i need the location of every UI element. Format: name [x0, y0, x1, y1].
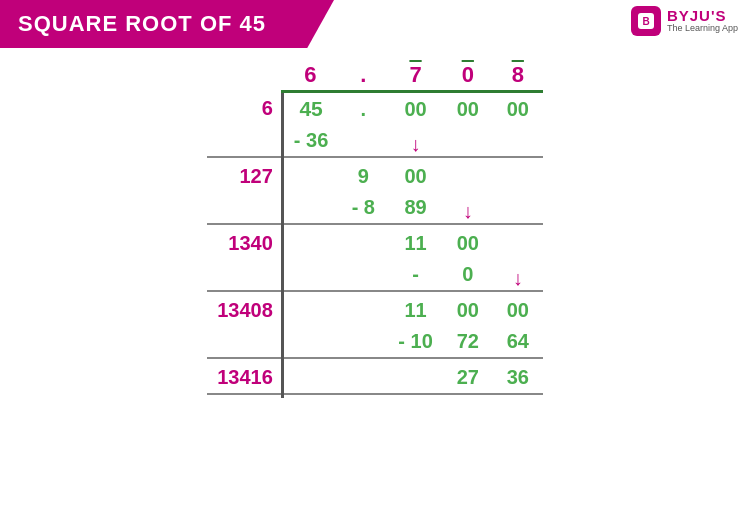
- svg-text:B: B: [642, 16, 649, 27]
- logo-subtitle: The Learning App: [667, 24, 738, 34]
- cell-empty-127-1: [282, 161, 338, 192]
- cell-dot: .: [338, 92, 388, 126]
- quotient-7: 7: [388, 60, 442, 92]
- row-13408: 13408 11 00 00 ↓: [207, 295, 543, 326]
- cell-11: 11: [388, 228, 442, 259]
- cell-sub64: 64: [493, 326, 543, 358]
- divisor-1340: 1340: [207, 228, 282, 259]
- cell-9: 9: [338, 161, 388, 192]
- divisor-empty-2: [207, 192, 282, 224]
- logo-area: B BYJU'S The Learning App: [631, 6, 738, 36]
- cell-27: 27: [443, 362, 493, 394]
- main-content: 6 . 7 0 8 6 45 . 00 00 00 - 36: [0, 60, 750, 526]
- cell-sub-minus: -: [388, 259, 442, 291]
- cell-00d: 00: [443, 295, 493, 326]
- logo-brand-name: BYJU'S: [667, 8, 738, 25]
- divisor-13408: 13408: [207, 295, 282, 326]
- quotient-6: 6: [282, 60, 338, 92]
- header-banner: SQUARE ROOT OF 45: [0, 0, 334, 48]
- cell-00b: 00: [443, 92, 493, 126]
- cell-45: 45: [282, 92, 338, 126]
- divisor-127: 127: [207, 161, 282, 192]
- cell-sub8: - 8: [338, 192, 388, 224]
- cell-00a: 00: [388, 92, 442, 126]
- cell-00-1340: 00 ↓: [443, 228, 493, 259]
- cell-sub10: - 10: [388, 326, 442, 358]
- row-sub1: - 36: [207, 125, 543, 157]
- long-division-table: 6 . 7 0 8 6 45 . 00 00 00 - 36: [207, 60, 543, 398]
- row-127: 127 9 00 ↓: [207, 161, 543, 192]
- divisor-empty-4: [207, 326, 282, 358]
- cell-00c: 00: [493, 92, 543, 126]
- cell-00e: 00 ↓: [493, 295, 543, 326]
- row-result: 13416 27 36: [207, 362, 543, 394]
- row-dividend: 6 45 . 00 00 00: [207, 92, 543, 126]
- row-sub3: - 0: [207, 259, 543, 291]
- quotient-dot: .: [338, 60, 388, 92]
- quotient-spacer: [207, 60, 282, 92]
- row-1340: 1340 11 00 ↓: [207, 228, 543, 259]
- quotient-0: 0: [443, 60, 493, 92]
- cell-sub72: 72: [443, 326, 493, 358]
- page-title: SQUARE ROOT OF 45: [18, 11, 266, 37]
- bottom-separator: [207, 394, 543, 398]
- quotient-row: 6 . 7 0 8: [207, 60, 543, 92]
- divisor-13416: 13416: [207, 362, 282, 394]
- divisor-empty-3: [207, 259, 282, 291]
- logo-text: BYJU'S The Learning App: [667, 8, 738, 34]
- cell-sub0: 0: [443, 259, 493, 291]
- quotient-8: 8: [493, 60, 543, 92]
- row-sub2: - 8 89: [207, 192, 543, 224]
- byju-logo-icon: B: [637, 12, 655, 30]
- cell-sub89: 89: [388, 192, 442, 224]
- logo-icon-box: B: [631, 6, 661, 36]
- cell-11b: 11: [388, 295, 442, 326]
- cell-36: 36: [493, 362, 543, 394]
- row-sub4: - 10 72 64: [207, 326, 543, 358]
- cell-00-127: 00 ↓: [388, 161, 442, 192]
- divisor-empty-1: [207, 125, 282, 157]
- cell-sub36: - 36: [282, 125, 338, 157]
- divisor-6: 6: [207, 92, 282, 126]
